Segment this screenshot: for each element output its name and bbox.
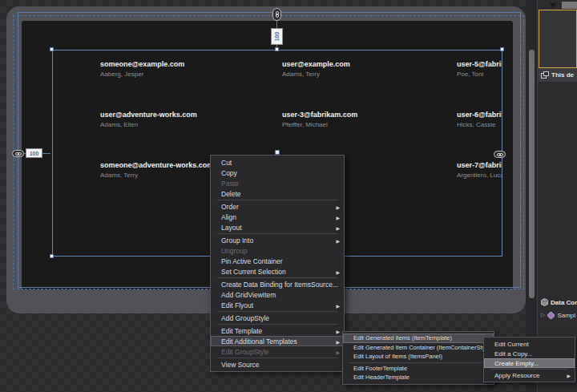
top-margin-value: 100 xyxy=(271,28,283,45)
item-template-submenu: Edit CurrentEdit a Copy...Create Empty..… xyxy=(483,337,575,382)
top-anchor-icon[interactable] xyxy=(272,8,281,21)
panel-dropdown-icon[interactable] xyxy=(550,3,556,8)
menu-item[interactable]: Group Into▶ xyxy=(211,235,344,245)
menu-item[interactable]: Edit FooterTemplate▶ xyxy=(343,364,494,374)
menu-item-label: Apply Resource xyxy=(494,372,539,379)
menu-item[interactable]: Edit Additional Templates▶ xyxy=(211,336,344,346)
menu-item[interactable]: Cut xyxy=(211,157,344,168)
menu-item-label: Pin Active Container xyxy=(221,257,283,265)
expander-icon[interactable]: ▷ xyxy=(541,312,545,318)
right-anchor-icon[interactable] xyxy=(494,151,506,158)
menu-item[interactable]: Edit Generated Item Container (ItemConta… xyxy=(343,343,494,353)
menu-item[interactable]: Add GroupStyle xyxy=(211,313,344,323)
data-context-label: Data Cont xyxy=(551,299,577,306)
sample-data-label: Sampl xyxy=(557,312,575,319)
menu-separator xyxy=(217,277,337,278)
context-menu: CutCopyPasteDeleteOrder▶Align▶Layout▶Gro… xyxy=(210,155,345,372)
menu-item-label: Paste xyxy=(221,180,239,188)
menu-item-label: Layout xyxy=(221,224,242,232)
menu-item[interactable]: Edit Generated Items (ItemTemplate)▶ xyxy=(343,333,494,343)
scrollbar-thumb[interactable] xyxy=(529,50,535,298)
menu-item-label: Edit Current xyxy=(494,341,529,348)
device-tab[interactable]: This de xyxy=(537,68,577,82)
menu-item-label: Edit Template xyxy=(221,327,262,335)
menu-item-label: Create Data Binding for ItemsSource... xyxy=(221,281,338,289)
menu-separator xyxy=(217,200,337,200)
menu-item-label: Align xyxy=(221,213,236,221)
menu-item[interactable]: Delete xyxy=(211,188,344,199)
menu-item-label: Group Into xyxy=(221,236,253,244)
menu-item[interactable]: Edit Flyout▶ xyxy=(211,300,344,310)
menu-separator xyxy=(349,362,487,363)
menu-item: Paste xyxy=(211,178,344,188)
menu-item-label: Edit a Copy... xyxy=(494,350,532,358)
submenu-arrow-icon: ▶ xyxy=(336,302,340,308)
menu-item-label: Set Current Selection xyxy=(221,268,286,276)
menu-item[interactable]: Create Data Binding for ItemsSource... xyxy=(211,279,344,289)
menu-item[interactable]: Layout▶ xyxy=(211,222,344,232)
menu-item[interactable]: Edit a Copy... xyxy=(484,349,575,358)
device-preview-thumbnail[interactable] xyxy=(539,10,577,68)
menu-item-label: Edit Flyout xyxy=(221,301,253,309)
menu-item[interactable]: Copy xyxy=(211,168,344,178)
submenu-arrow-icon: ▶ xyxy=(336,237,340,243)
menu-item-label: Edit Layout of Items (ItemsPanel) xyxy=(353,353,442,360)
menu-item-label: Edit FooterTemplate xyxy=(353,365,407,372)
menu-item[interactable]: Add GridViewItem xyxy=(211,289,344,300)
menu-item[interactable]: View Source xyxy=(211,359,344,370)
device-tab-label: This de xyxy=(551,71,574,79)
panel-toolbar-button[interactable] xyxy=(562,2,577,9)
menu-item-label: Edit Generated Item Container (ItemConta… xyxy=(353,344,492,351)
menu-item[interactable]: Align▶ xyxy=(211,212,344,222)
menu-item-label: Edit HeaderTemplate xyxy=(353,374,410,381)
menu-item-label: Delete xyxy=(221,190,241,198)
submenu-arrow-icon: ▶ xyxy=(336,214,340,220)
menu-separator xyxy=(217,324,337,325)
submenu-arrow-icon: ▶ xyxy=(336,204,340,209)
menu-item[interactable]: Set Current Selection▶ xyxy=(211,266,344,277)
resize-handle-bottom-left[interactable] xyxy=(50,254,54,258)
menu-item[interactable]: Apply Resource▶ xyxy=(484,370,575,380)
resize-handle-top-left[interactable] xyxy=(50,47,54,51)
menu-item-label: Edit Additional Templates xyxy=(221,337,297,346)
left-anchor-icon[interactable] xyxy=(12,150,24,157)
menu-item[interactable]: Order▶ xyxy=(211,201,344,212)
submenu-arrow-icon: ▶ xyxy=(336,338,340,344)
submenu-arrow-icon: ▶ xyxy=(567,373,571,378)
menu-item[interactable]: Edit HeaderTemplate▶ xyxy=(343,373,494,382)
device-icon xyxy=(541,71,549,79)
data-context-icon xyxy=(541,298,548,306)
menu-item-label: Create Empty... xyxy=(494,360,539,367)
menu-item-label: Add GroupStyle xyxy=(221,314,269,322)
menu-separator xyxy=(217,311,337,312)
submenu-arrow-icon: ▶ xyxy=(336,224,340,230)
menu-item-label: Add GridViewItem xyxy=(221,291,276,299)
menu-item: Ungroup xyxy=(211,245,344,256)
resize-handle-top-right[interactable] xyxy=(500,47,504,51)
submenu-arrow-icon: ▶ xyxy=(336,328,340,333)
menu-item-label: Copy xyxy=(221,169,237,177)
submenu-arrow-icon: ▶ xyxy=(336,269,340,274)
menu-item-label: Edit GroupStyle xyxy=(221,348,269,356)
menu-item: Edit GroupStyle▶ xyxy=(211,346,344,357)
left-margin-value: 100 xyxy=(26,148,42,158)
menu-item-label: Cut xyxy=(221,159,232,167)
menu-separator xyxy=(490,369,568,370)
data-context-header[interactable]: Data Cont xyxy=(537,297,577,308)
menu-item[interactable]: Pin Active Container xyxy=(211,256,344,266)
menu-separator xyxy=(217,233,337,234)
menu-item[interactable]: Edit Current xyxy=(484,339,575,349)
menu-item-label: Ungroup xyxy=(221,247,248,255)
menu-separator xyxy=(217,358,337,358)
submenu-arrow-icon: ▶ xyxy=(336,349,340,354)
menu-item[interactable]: Edit Template▶ xyxy=(211,325,344,336)
menu-item-label: Order xyxy=(221,203,239,211)
menu-item[interactable]: Edit Layout of Items (ItemsPanel)▶ xyxy=(343,352,494,362)
menu-item[interactable]: Create Empty... xyxy=(484,358,575,368)
sample-data-node[interactable]: ▷ Sampl xyxy=(537,309,577,321)
menu-item-label: View Source xyxy=(221,361,260,369)
sample-data-icon xyxy=(547,312,555,319)
menu-item-label: Edit Generated Items (ItemTemplate) xyxy=(353,334,452,341)
edit-additional-templates-submenu: Edit Generated Items (ItemTemplate)▶Edit… xyxy=(342,331,494,385)
